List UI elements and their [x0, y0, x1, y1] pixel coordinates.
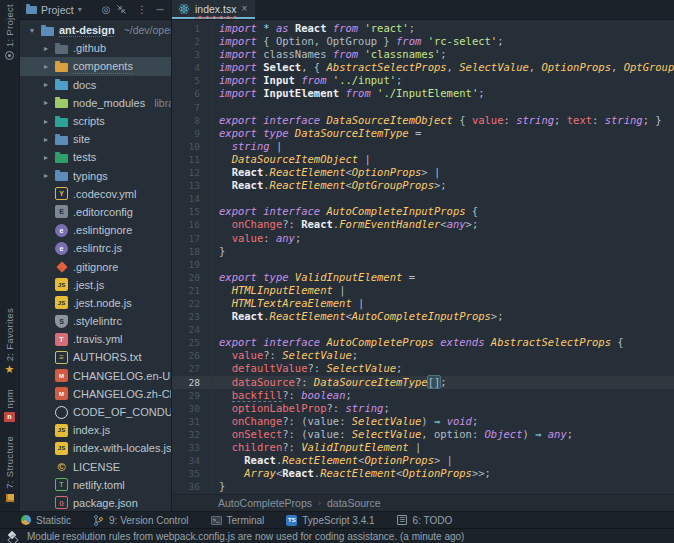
code-line[interactable]: 16 onChange?: React.FormEventHandler<any… — [172, 218, 674, 231]
line-number[interactable]: 23 — [172, 310, 212, 323]
code-line[interactable]: 26 value?: SelectValue; — [172, 349, 674, 362]
code-line[interactable]: 1import * as React from 'react'; — [172, 22, 674, 35]
line-number[interactable]: 14 — [172, 192, 212, 205]
tree-item-changelog-zh-cn-md[interactable]: MCHANGELOG.zh-CN.md — [20, 385, 171, 403]
chevron-down-icon[interactable]: ▾ — [78, 5, 82, 14]
line-number[interactable]: 12 — [172, 166, 212, 179]
line-number[interactable]: 19 — [172, 258, 212, 271]
tree-item-index-js[interactable]: JSindex.js — [20, 421, 171, 439]
code-line[interactable]: 19 — [172, 258, 674, 271]
code-line[interactable]: 9export type DataSourceItemType = — [172, 127, 674, 140]
tree-item-node-modules[interactable]: ▸node_moduleslibrary root — [20, 94, 171, 112]
tree-item--gitignore[interactable]: .gitignore — [20, 257, 171, 275]
tree-item-typings[interactable]: ▸typings — [20, 167, 171, 185]
line-number[interactable]: 26 — [172, 349, 212, 362]
tab-index-tsx[interactable]: index.tsx × — [172, 0, 255, 19]
tree-item-ant-design[interactable]: ▾ant-design~/dev/opensource/an — [20, 21, 171, 39]
line-number[interactable]: 11 — [172, 153, 212, 166]
code-line[interactable]: 24 — [172, 323, 674, 336]
code-line[interactable]: 17 value: any; — [172, 232, 674, 245]
tree-item-authors-txt[interactable]: ≡AUTHORS.txt — [20, 348, 171, 366]
line-number[interactable]: 4 — [172, 61, 212, 74]
chevron-right-icon[interactable]: ▸ — [42, 117, 50, 126]
code-line[interactable]: 23 React.ReactElement<AutoCompleteInputP… — [172, 310, 674, 323]
tree-item-components[interactable]: ▸components — [20, 57, 171, 75]
tool-window-todo[interactable]: ☰ 6: TODO — [397, 515, 453, 526]
tree-item--github[interactable]: ▸.github — [20, 39, 171, 57]
tree-item--jest-js[interactable]: JS.jest.js — [20, 276, 171, 294]
locate-file-icon[interactable]: ◎ — [99, 4, 113, 15]
code-line[interactable]: 33 children?: ValidInputElement | — [172, 441, 674, 454]
tree-item--travis-yml[interactable]: T.travis.yml — [20, 330, 171, 348]
chevron-right-icon[interactable]: ▸ — [42, 44, 50, 53]
tree-item-package-json[interactable]: {}package.json — [20, 494, 171, 511]
tool-window-terminal[interactable]: >_ Terminal — [211, 515, 265, 526]
line-number[interactable]: 33 — [172, 441, 212, 454]
code-line[interactable]: 10 string | — [172, 140, 674, 153]
line-number[interactable]: 7 — [172, 101, 212, 114]
code-line[interactable]: 12 React.ReactElement<OptionProps> | — [172, 166, 674, 179]
hide-panel-icon[interactable]: ─ — [153, 4, 167, 15]
code-line[interactable]: 6import InputElement from './InputElemen… — [172, 87, 674, 100]
code-line[interactable]: 32 onSelect?: (value: SelectValue, optio… — [172, 428, 674, 441]
tool-window-statistic[interactable]: Statistic — [20, 515, 71, 526]
line-number[interactable]: 29 — [172, 389, 212, 402]
line-number[interactable]: 8 — [172, 114, 212, 127]
tool-button-structure[interactable]: 7: Structure — [4, 436, 15, 503]
tool-window-version-control[interactable]: 9: Version Control — [93, 515, 189, 526]
line-number[interactable]: 9 — [172, 127, 212, 140]
tab-close-icon[interactable]: × — [241, 3, 247, 14]
code-line[interactable]: 7 — [172, 101, 674, 114]
code-line[interactable]: 31 onChange?: (value: SelectValue) ⇒ voi… — [172, 415, 674, 428]
line-number[interactable]: 30 — [172, 402, 212, 415]
line-number[interactable]: 17 — [172, 232, 212, 245]
code-line[interactable]: 14 — [172, 192, 674, 205]
code-line[interactable]: 34 React.ReactElement<OptionProps> | — [172, 454, 674, 467]
tree-item-code-of-conduct-md[interactable]: CODE_OF_CONDUCT.md — [20, 403, 171, 421]
line-number[interactable]: 34 — [172, 454, 212, 467]
tree-item-tests[interactable]: ▸tests — [20, 148, 171, 166]
code-line[interactable]: 8export interface DataSourceItemObject {… — [172, 114, 674, 127]
line-number[interactable]: 22 — [172, 297, 212, 310]
event-log-icon[interactable] — [8, 532, 17, 541]
chevron-right-icon[interactable]: ▸ — [42, 135, 50, 144]
code-line[interactable]: 15export interface AutoCompleteInputProp… — [172, 205, 674, 218]
tree-item-license[interactable]: ©LICENSE — [20, 458, 171, 476]
code-line[interactable]: 4import Select, { AbstractSelectProps, S… — [172, 61, 674, 74]
code-line[interactable]: 27 defaultValue?: SelectValue; — [172, 362, 674, 375]
tree-item--eslintignore[interactable]: e.eslintignore — [20, 221, 171, 239]
line-number[interactable]: 1 — [172, 22, 212, 35]
chevron-right-icon[interactable]: ▸ — [42, 80, 50, 89]
tree-item--codecov-yml[interactable]: Y.codecov.yml — [20, 185, 171, 203]
line-number[interactable]: 28 — [172, 376, 212, 389]
line-number[interactable]: 25 — [172, 336, 212, 349]
tool-button-npm[interactable]: npm n — [4, 389, 15, 422]
collapse-all-icon[interactable] — [117, 5, 131, 14]
more-options-icon[interactable]: ⋮ — [135, 4, 149, 15]
tree-item-scripts[interactable]: ▸scripts — [20, 112, 171, 130]
code-line[interactable]: 21 HTMLInputElement | — [172, 284, 674, 297]
line-number[interactable]: 16 — [172, 218, 212, 231]
tree-item--eslintrc-js[interactable]: e.eslintrc.js — [20, 239, 171, 257]
line-number[interactable]: 27 — [172, 362, 212, 375]
project-panel-title[interactable]: Project — [41, 4, 74, 16]
code-line[interactable]: 35 Array<React.ReactElement<OptionProps>… — [172, 467, 674, 480]
tree-item-netlify-toml[interactable]: Tnetlify.toml — [20, 476, 171, 494]
line-number[interactable]: 36 — [172, 480, 212, 493]
code-line[interactable]: 3import classNames from 'classnames'; — [172, 48, 674, 61]
tree-item-site[interactable]: ▸site — [20, 130, 171, 148]
line-number[interactable]: 31 — [172, 415, 212, 428]
code-line[interactable]: 28 dataSource?: DataSourceItemType[]; — [172, 376, 674, 389]
breadcrumb-item-datasource[interactable]: dataSource — [327, 497, 381, 509]
code-line[interactable]: 30 optionLabelProp?: string; — [172, 402, 674, 415]
line-number[interactable]: 6 — [172, 87, 212, 100]
code-line[interactable]: 2import { Option, OptGroup } from 'rc-se… — [172, 35, 674, 48]
tool-button-project[interactable]: 1: Project — [4, 4, 15, 61]
chevron-right-icon[interactable]: ▸ — [42, 171, 50, 180]
code-line[interactable]: 18} — [172, 245, 674, 258]
line-number[interactable]: 32 — [172, 428, 212, 441]
breadcrumb-item-autocompleteprops[interactable]: AutoCompleteProps — [218, 497, 312, 509]
chevron-down-icon[interactable]: ▾ — [28, 26, 36, 35]
code-line[interactable]: 25export interface AutoCompleteProps ext… — [172, 336, 674, 349]
line-number[interactable]: 13 — [172, 179, 212, 192]
